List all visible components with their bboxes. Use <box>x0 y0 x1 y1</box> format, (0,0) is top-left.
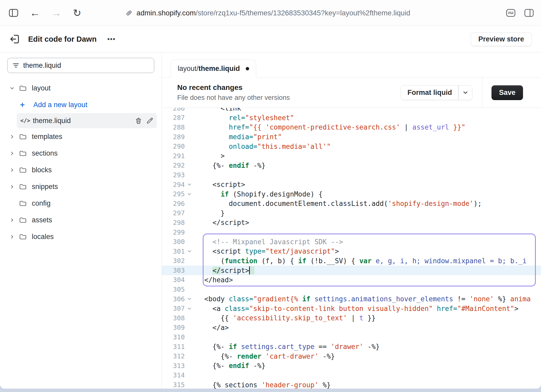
line-number: 293 <box>162 171 185 179</box>
code-line[interactable]: 309 </a> <box>162 323 541 333</box>
code-line[interactable]: 293 <box>162 170 541 180</box>
sidebar-item-config[interactable]: config <box>0 195 162 212</box>
code-line[interactable]: 296 document.documentElement.classList.a… <box>162 199 541 209</box>
overflow-menu-icon[interactable] <box>107 34 116 44</box>
save-button[interactable]: Save <box>491 85 523 100</box>
code-line[interactable]: 312 {%- render 'cart-drawer' -%} <box>162 351 541 361</box>
header-divider <box>482 77 482 108</box>
line-number: 307 <box>162 305 185 312</box>
code-line[interactable]: 302 (function (f, b) { if (!b.__SV) { va… <box>162 256 541 266</box>
code-line[interactable]: 304</head> <box>162 275 541 285</box>
add-layout-label: Add a new layout <box>33 101 87 109</box>
code-line[interactable]: 287 rel="stylesheet" <box>162 113 541 123</box>
code-line[interactable]: 289 media="print" <box>162 132 541 142</box>
chevron-down-icon[interactable] <box>459 90 472 95</box>
fold-chevron-icon[interactable] <box>185 182 194 187</box>
fold-chevron-icon[interactable] <box>185 192 194 196</box>
filter-icon <box>12 62 20 69</box>
code-line[interactable]: 297 } <box>162 209 541 218</box>
code-line[interactable]: 314 <box>162 371 541 380</box>
forward-icon: → <box>51 7 62 19</box>
chevron-right-icon <box>10 168 19 172</box>
code-line[interactable]: 303 </script> <box>162 266 541 275</box>
folder-icon <box>19 217 30 223</box>
code-line[interactable]: 295 if (Shopify.designMode) { <box>162 189 541 199</box>
tab-theme-liquid[interactable]: layout/theme.liquid <box>171 60 256 77</box>
reload-icon[interactable]: ↻ <box>73 7 81 19</box>
sidebar-toggle-icon[interactable] <box>9 9 18 17</box>
line-number: 311 <box>162 343 185 351</box>
line-number: 310 <box>162 333 185 341</box>
line-number: 312 <box>162 352 185 360</box>
add-new-layout-link[interactable]: Add a new layout <box>0 96 162 113</box>
folder-icon <box>19 134 30 140</box>
line-number: 290 <box>162 143 185 150</box>
format-liquid-button[interactable]: Format liquid <box>401 85 472 100</box>
chevron-down-icon <box>10 86 19 90</box>
url-bar[interactable]: admin.shopify.com/store/rzq1xu-f5/themes… <box>125 9 410 17</box>
split-view-icon[interactable] <box>524 9 534 17</box>
code-line[interactable]: 311 {%- if settings.cart_type == 'drawer… <box>162 342 541 352</box>
code-line[interactable]: 315 {% sections 'header-group' %} <box>162 380 541 389</box>
editor-panel: layout/theme.liquid No recent changes Fi… <box>162 52 541 389</box>
code-lines: 286 <link287 rel="stylesheet"288 href="{… <box>162 108 541 389</box>
line-number: 308 <box>162 314 185 322</box>
code-line[interactable]: 300 <!-- Mixpanel Javascript SDK --> <box>162 237 541 247</box>
code-line[interactable]: 298 </script> <box>162 218 541 228</box>
code-editor[interactable]: 286 <link287 rel="stylesheet"288 href="{… <box>162 108 541 389</box>
sidebar-file-theme.liquid[interactable]: </>theme.liquid <box>17 113 157 128</box>
sidebar-item-templates[interactable]: templates <box>0 128 162 145</box>
fold-chevron-icon[interactable] <box>185 307 194 311</box>
delete-file-icon[interactable] <box>135 117 142 124</box>
exit-icon[interactable] <box>9 34 20 44</box>
status-subtitle: File does not have any other versions <box>177 94 290 102</box>
code-line[interactable]: 299 <box>162 228 541 237</box>
chevron-right-icon <box>10 218 19 222</box>
line-number: 296 <box>162 200 185 207</box>
sidebar-item-layout[interactable]: layout <box>0 80 162 96</box>
fold-chevron-icon[interactable] <box>185 297 194 301</box>
folder-icon <box>19 200 30 206</box>
chevron-right-icon <box>10 134 19 139</box>
code-line[interactable]: 313 {%- endif -%} <box>162 361 541 371</box>
preview-store-button[interactable]: Preview store <box>471 32 532 46</box>
code-line[interactable]: 288 href="{{ 'component-predictive-searc… <box>162 123 541 132</box>
code-line[interactable]: 308 {{ 'accessibility.skip_to_text' | t … <box>162 313 541 323</box>
format-liquid-label: Format liquid <box>401 89 458 97</box>
back-icon[interactable]: ← <box>30 7 40 19</box>
line-number: 288 <box>162 124 185 131</box>
file-sidebar: theme.liquid layoutAdd a new layout</>th… <box>0 52 162 389</box>
line-number: 309 <box>162 324 185 331</box>
line-number: 301 <box>162 248 185 255</box>
sidebar-item-snippets[interactable]: snippets <box>0 178 162 195</box>
chevron-right-icon <box>10 235 19 239</box>
code-line[interactable]: 286 <link <box>162 108 541 113</box>
rename-file-icon[interactable] <box>146 117 153 124</box>
fold-chevron-icon[interactable] <box>185 249 194 253</box>
editor-header: No recent changes File does not have any… <box>162 77 541 108</box>
code-line[interactable]: 306<body class="gradient{% if settings.a… <box>162 294 541 304</box>
sidebar-item-sections[interactable]: sections <box>0 145 162 162</box>
code-line[interactable]: 292 {%- endif -%} <box>162 161 541 170</box>
url-path: /store/rzq1xu-f5/themes/132683530345?key… <box>196 9 410 17</box>
code-line[interactable]: 291 > <box>162 151 541 161</box>
code-line[interactable]: 290 onload="this.media='all'" <box>162 142 541 151</box>
file-search-input[interactable]: theme.liquid <box>7 58 154 73</box>
code-line[interactable]: 301 <script type="text/javascript"> <box>162 247 541 256</box>
folder-label: assets <box>32 216 52 224</box>
code-line[interactable]: 307 <a class="skip-to-content-link butto… <box>162 304 541 313</box>
unsaved-dot <box>246 67 249 70</box>
content: theme.liquid layoutAdd a new layout</>th… <box>0 52 541 389</box>
url-domain: admin.shopify.com <box>137 9 196 17</box>
code-line[interactable]: 305 <box>162 285 541 294</box>
code-line[interactable]: 310 <box>162 332 541 342</box>
line-number: 289 <box>162 133 185 141</box>
line-number: 313 <box>162 362 185 370</box>
code-line[interactable]: 294 <script> <box>162 180 541 189</box>
line-number: 304 <box>162 276 185 284</box>
sidebar-item-blocks[interactable]: blocks <box>0 162 162 178</box>
sidebar-item-assets[interactable]: assets <box>0 212 162 228</box>
extensions-icon[interactable] <box>506 9 515 17</box>
line-number: 286 <box>162 108 185 112</box>
sidebar-item-locales[interactable]: locales <box>0 228 162 245</box>
